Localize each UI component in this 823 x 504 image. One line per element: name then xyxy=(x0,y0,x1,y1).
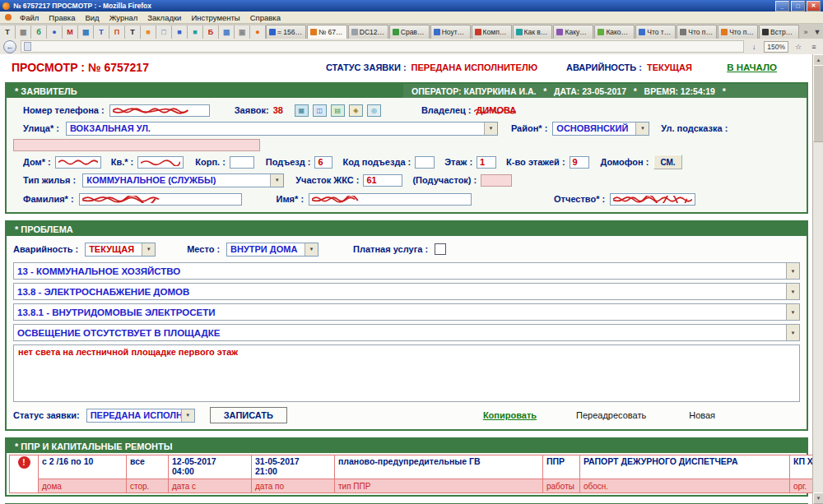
tab-list-button[interactable]: ▼ xyxy=(811,25,823,39)
pinned-tab[interactable]: Т xyxy=(94,25,109,39)
pinned-tab[interactable]: Б xyxy=(203,25,219,39)
zhks-input[interactable]: 61 xyxy=(363,174,402,187)
dropdown-arrow-icon[interactable] xyxy=(786,263,799,279)
phone-input[interactable] xyxy=(109,104,210,117)
entrance-input[interactable]: 6 xyxy=(314,156,332,169)
list-icon[interactable]: ▤ xyxy=(331,104,345,117)
scroll-down-button[interactable] xyxy=(813,492,823,504)
pinned-tab[interactable]: б xyxy=(31,25,47,39)
dropdown-arrow-icon[interactable] xyxy=(786,284,799,299)
firstname-input[interactable] xyxy=(309,193,472,206)
street-select[interactable]: ВОКЗАЛЬНАЯ УЛ. xyxy=(66,122,498,136)
target-icon[interactable]: ◎ xyxy=(367,104,381,117)
house-input[interactable] xyxy=(55,156,101,169)
scroll-up-button[interactable] xyxy=(813,54,823,66)
pinned-tab[interactable]: □ xyxy=(156,25,172,39)
menu-help[interactable]: Справка xyxy=(245,13,286,22)
pinned-tab[interactable]: М xyxy=(63,25,78,39)
bookmark-star-icon[interactable] xyxy=(793,41,804,53)
category-level2-select[interactable]: 13.8 - ЭЛЕКТРОСНАБЖЕНИЕ ДОМОВ xyxy=(13,283,800,300)
tab[interactable]: Сравните xyxy=(389,25,430,39)
close-button[interactable] xyxy=(807,1,821,12)
menu-bookmarks[interactable]: Закладки xyxy=(142,13,186,22)
tab[interactable]: Как вы упр xyxy=(513,25,553,39)
apartment-input[interactable] xyxy=(137,156,184,169)
pinned-tab[interactable]: ■ xyxy=(141,25,156,39)
pinned-tab[interactable]: П xyxy=(109,25,125,39)
pinned-tab[interactable]: ● xyxy=(250,25,266,39)
menu-view[interactable]: Вид xyxy=(80,13,104,22)
pinned-tab[interactable]: ■ xyxy=(188,25,203,39)
tab[interactable]: Что почит xyxy=(718,25,758,39)
subplot-input[interactable] xyxy=(481,174,512,187)
category-level3-select[interactable]: 13.8.1 - ВНУТРИДОМОВЫЕ ЭЛЕКТРОСЕТИ xyxy=(13,303,800,321)
copy-link[interactable]: Копировать xyxy=(483,410,537,420)
window-titlebar[interactable]: № 6757217 ПРОСМОТР : - Mozilla Firefox xyxy=(0,0,823,12)
tab[interactable]: Какую сов xyxy=(553,25,593,39)
zoom-indicator[interactable]: 150% xyxy=(764,41,788,53)
pinned-tab[interactable]: ▦ xyxy=(219,25,235,39)
entrance-code-input[interactable] xyxy=(415,156,435,169)
dropdown-arrow-icon[interactable] xyxy=(786,304,799,320)
tab[interactable]: DC12V Tesl xyxy=(348,25,388,39)
pinned-tab[interactable]: Т xyxy=(0,25,16,39)
dropdown-arrow-icon[interactable] xyxy=(181,409,194,422)
forward-link[interactable]: Переадресовать xyxy=(576,410,646,420)
housing-type-select[interactable]: КОММУНАЛЬНОЕ (СЛУЖБЫ) xyxy=(82,173,284,187)
address-bar[interactable] xyxy=(21,40,744,53)
tab[interactable]: Ноутбук-т xyxy=(430,25,471,39)
tab[interactable]: Что почит xyxy=(677,25,717,39)
tab[interactable]: Какое сред xyxy=(594,25,635,39)
tab[interactable]: Комплект н xyxy=(472,25,512,39)
tab-overflow-chevron[interactable]: » xyxy=(800,25,811,39)
minimize-button[interactable] xyxy=(775,1,789,12)
tab[interactable]: Встречайте UN xyxy=(759,25,799,39)
menu-edit[interactable]: Правка xyxy=(44,13,80,22)
maximize-button[interactable] xyxy=(791,1,805,12)
district-select[interactable]: ОСНОВЯНСКИЙ xyxy=(552,122,649,136)
menu-file[interactable]: Файл xyxy=(15,13,44,22)
dropdown-arrow-icon[interactable] xyxy=(786,325,799,340)
request-status-select[interactable]: ПЕРЕДАНА ИСПОЛНИТ xyxy=(86,409,195,423)
pinned-tab[interactable]: ▦ xyxy=(78,25,94,39)
dropdown-arrow-icon[interactable] xyxy=(635,123,649,135)
save-button[interactable]: ЗАПИСАТЬ xyxy=(210,407,287,423)
floor-input[interactable]: 1 xyxy=(477,156,496,169)
description-textarea[interactable]: нет света на лестничной площадке первого… xyxy=(13,344,800,402)
menu-history[interactable]: Журнал xyxy=(105,13,143,22)
place-select[interactable]: ВНУТРИ ДОМА xyxy=(226,243,319,257)
window-icon[interactable]: ◫ xyxy=(313,104,327,117)
tab[interactable]: Что такое xyxy=(635,25,676,39)
dropdown-arrow-icon[interactable] xyxy=(305,243,318,256)
dropdown-arrow-icon[interactable] xyxy=(484,123,497,135)
tab-active[interactable]: № 6757... xyxy=(307,25,347,39)
dropdown-arrow-icon[interactable] xyxy=(142,243,155,256)
diamond-icon[interactable]: ◈ xyxy=(349,104,363,117)
building-input[interactable] xyxy=(230,156,254,169)
lastname-input[interactable] xyxy=(79,193,242,206)
intercom-button[interactable]: СМ. xyxy=(653,155,681,169)
category-level1-select[interactable]: 13 - КОММУНАЛЬНОЕ ХОЗЯЙСТВО xyxy=(13,262,800,280)
pinned-tab[interactable]: Т xyxy=(125,25,141,39)
downloads-icon[interactable] xyxy=(748,41,760,53)
street-hint-input[interactable] xyxy=(13,139,260,151)
category-detail-select[interactable]: ОСВЕЩЕНИЕ ОТСУТСТВУЕТ В ПЛОЩАДКЕ xyxy=(13,324,800,341)
pinned-tab[interactable]: ▣ xyxy=(235,25,250,39)
new-request-link[interactable]: Новая xyxy=(689,410,715,420)
home-link[interactable]: В НАЧАЛО xyxy=(727,62,777,72)
pinned-tab[interactable]: ● xyxy=(47,25,63,39)
paid-service-checkbox[interactable] xyxy=(435,243,446,255)
back-button[interactable] xyxy=(3,40,16,53)
tab[interactable]: = 1562 = xyxy=(266,25,306,39)
hamburger-menu-icon[interactable] xyxy=(808,41,820,53)
dropdown-arrow-icon[interactable] xyxy=(270,174,283,187)
grid-icon[interactable]: ▦ xyxy=(295,104,309,117)
pinned-tab[interactable]: ■ xyxy=(172,25,188,39)
menu-tools[interactable]: Инструменты xyxy=(186,13,244,22)
vertical-scrollbar[interactable] xyxy=(812,54,823,504)
problem-emergency-select[interactable]: ТЕКУЩАЯ xyxy=(85,243,156,257)
floors-total-input[interactable]: 9 xyxy=(570,156,589,169)
patronymic-input[interactable] xyxy=(610,193,695,206)
pinned-tab[interactable]: ▦ xyxy=(16,25,31,39)
scrollbar-thumb[interactable] xyxy=(813,65,823,142)
